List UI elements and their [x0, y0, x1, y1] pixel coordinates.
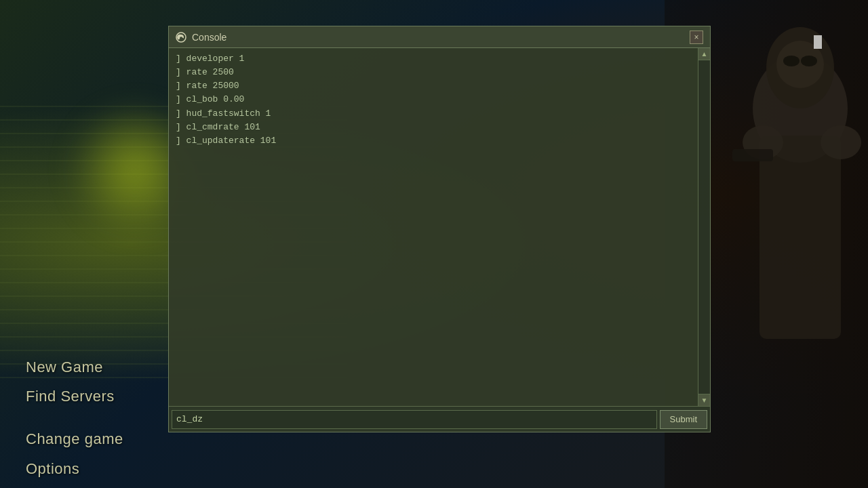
menu-item-find-servers[interactable]: Find Servers — [26, 382, 123, 411]
menu-item-options[interactable]: Options — [26, 454, 123, 483]
console-input-field[interactable] — [172, 410, 657, 429]
console-title-area: Console — [176, 32, 226, 43]
console-line-3: ] cl_bob 0.00 — [176, 93, 695, 106]
console-line-5: ] cl_cmdrate 101 — [176, 121, 695, 134]
svg-point-4 — [783, 56, 800, 66]
svg-point-8 — [821, 125, 861, 159]
menu-item-new-game[interactable]: New Game — [26, 352, 123, 382]
console-line-1: ] rate 2500 — [176, 66, 695, 79]
console-input-area: Submit — [169, 406, 710, 432]
console-close-button[interactable]: × — [690, 30, 703, 44]
console-output: ] developer 1 ] rate 2500 ] rate 25000 ]… — [169, 48, 710, 406]
console-line-2: ] rate 25000 — [176, 79, 695, 93]
console-text-area: ] developer 1 ] rate 2500 ] rate 25000 ]… — [176, 52, 709, 402]
svg-point-5 — [801, 56, 817, 66]
console-titlebar: Console × — [169, 26, 710, 48]
scrollbar-track — [698, 60, 710, 394]
console-line-4: ] hud_fastswitch 1 — [176, 107, 695, 121]
console-scrollbar[interactable]: ▲ ▼ — [698, 48, 710, 406]
console-line-6: ] cl_updaterate 101 — [176, 134, 695, 148]
console-submit-button[interactable]: Submit — [660, 410, 707, 429]
menu-item-change-game[interactable]: Change game — [26, 424, 123, 453]
scrollbar-up-button[interactable]: ▲ — [698, 48, 711, 60]
svg-point-3 — [776, 41, 824, 88]
steam-icon — [176, 32, 186, 43]
svg-rect-6 — [760, 136, 841, 339]
svg-rect-9 — [732, 149, 773, 161]
console-title: Console — [192, 32, 226, 43]
main-menu: New Game Find Servers Change game Option… — [26, 352, 123, 483]
console-line-0: ] developer 1 — [176, 52, 695, 66]
console-window: Console × ] developer 1 ] rate 2500 ] ra… — [168, 26, 711, 432]
scrollbar-down-button[interactable]: ▼ — [698, 394, 711, 406]
